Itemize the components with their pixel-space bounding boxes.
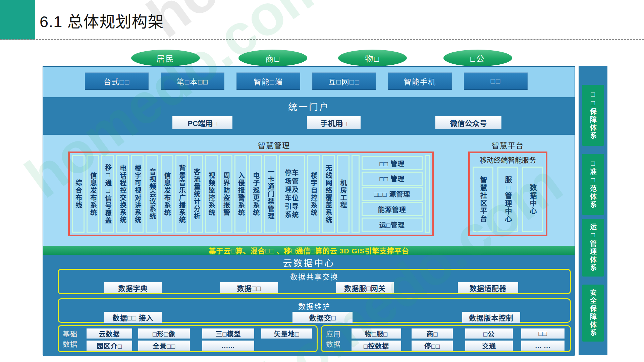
slide: 6.1 总体规划构架 居民 商□ 物□ □公 台式□□ 笔□本□□ 智能□端 互… xyxy=(0,0,644,362)
system-cabling: 综合布线 xyxy=(72,155,85,233)
cloud-data-center-title: 云数据中心 xyxy=(43,256,575,269)
data-access: 数据□□ 接入 xyxy=(104,312,162,323)
device-desktop: 台式□□ xyxy=(85,72,149,90)
device-smartphone: 智能手机 xyxy=(388,72,452,90)
management-item-energy: 能源管理 xyxy=(362,202,423,216)
sidebar-guarantee-system-1: □□保障体系 xyxy=(582,85,604,146)
device-internet-tv: 互□网□□ xyxy=(312,72,376,90)
device-smart-terminal: 智能□端 xyxy=(236,72,300,90)
system-patrol: 电子巡更系统 xyxy=(249,155,262,233)
smart-platform-panel: 移动终端智能服务 智慧社区平台 服□管理中心 数据中心 xyxy=(468,152,547,236)
smart-platform-label: 智慧平台 xyxy=(492,139,524,150)
basic-graphic-image: □形□像 xyxy=(138,328,190,339)
system-building-automation: 楼宇自控系统 xyxy=(307,155,320,233)
data-maintain-items: 数据□□ 接入 数据交□ 数据版本控制 xyxy=(59,312,570,324)
basic-data-label: 基础数据 xyxy=(63,329,79,350)
management-item-operation: 运□管理 xyxy=(362,218,423,232)
platform-data-center: 数据中心 xyxy=(522,167,543,232)
platform-smart-community: 智慧社区平台 xyxy=(473,167,493,232)
management-item-1: □□ 管理 xyxy=(362,156,423,170)
basic-panorama: 全景□□ xyxy=(138,341,190,351)
portal-entry-wechat: 微信公众号 xyxy=(435,116,501,129)
user-group-property: 物□ xyxy=(338,50,407,66)
corner-accent-block xyxy=(0,0,35,40)
guarantee-sidebar: □□保障体系 □准□范体系 运□管理体系 安全保障体系 xyxy=(579,66,607,355)
data-maintain-title: 数据维护 xyxy=(59,300,570,311)
management-item-resource: □□□ 源管理 xyxy=(362,187,423,201)
platform-service-center: 服□管理中心 xyxy=(497,167,518,232)
system-video-intercom: 楼宇可视对讲系统 xyxy=(131,155,144,233)
data-exchange: 数据交□ xyxy=(292,312,353,323)
user-group-merchants: 商□ xyxy=(238,50,307,66)
sidebar-standard-system: □准□范体系 xyxy=(582,154,604,215)
data-share-items: 数据字典 数据□□ 数据服□网关 数据适配器 xyxy=(59,282,570,294)
data-adapter: 数据适配器 xyxy=(458,282,518,293)
gis-engine-bar: 基于云□算、混合□□ 、移□通信□算的云 3D GIS引擎支撑平台 xyxy=(43,246,575,255)
application-data-panel: 应用数据 物□服□ 商□ □公 □□ □控数据 停□□ 交通 ... ... xyxy=(321,325,571,352)
basic-data-panel: 基础数据 云数据 □形□像 三□模型 矢量地□ 园区介□ 全景□□ ...... xyxy=(58,325,318,352)
basic-vector-map: 矢量地□ xyxy=(261,328,312,339)
system-av-conference: 音视频会议系统 xyxy=(146,155,158,233)
smart-management-label: 智慧管理 xyxy=(258,139,290,150)
data-service-gateway: 数据服□网关 xyxy=(336,282,394,293)
unified-portal-title: 统一门户 xyxy=(43,100,575,113)
system-wireless-coverage: 无线网络覆盖系统 xyxy=(322,155,335,233)
app-other: □□ xyxy=(521,328,565,339)
user-group-residents: 居民 xyxy=(131,50,200,66)
application-data-label: 应用数据 xyxy=(326,329,342,350)
app-merchant: 商□ xyxy=(412,328,453,339)
app-more: ... ... xyxy=(521,341,565,351)
sidebar-operation-system: 运□管理体系 xyxy=(582,219,604,277)
watermark-gray: homedo.com 河姆渡 xyxy=(127,0,614,53)
system-background-music: 背景音乐广播系统 xyxy=(175,155,188,233)
data-share-title: 数据共享交换 xyxy=(59,271,570,282)
app-property-service: 物□服□ xyxy=(352,328,401,339)
management-stack: □□ 管理 □□ 管理 □□□ 源管理 能源管理 运□管理 xyxy=(362,155,423,233)
smart-management-panel: 综合布线 信息发布系统 移□通□信号覆盖 电话程控交换系统 楼宇可视对讲系统 音… xyxy=(68,152,434,236)
system-passenger-flow: 客流量统计分析 xyxy=(190,155,203,233)
unified-portal-bar: 统一门户 PC端用□ 手机用□ 微信公众号 xyxy=(43,97,575,135)
system-perimeter-alarm: 周界防盗报警 xyxy=(220,155,232,233)
system-machine-room: 机房工程 xyxy=(337,155,350,233)
basic-cloud-data: 云数据 xyxy=(87,328,132,339)
portal-entry-mobile: 手机用□ xyxy=(307,116,361,129)
device-laptop: 笔□本□□ xyxy=(161,72,224,90)
page-title: 6.1 总体规划构架 xyxy=(40,9,164,32)
management-item-2: □□ 管理 xyxy=(362,172,423,186)
data-item-2: 数据□□ xyxy=(220,282,278,293)
header-divider xyxy=(0,39,644,40)
data-maintain-panel: 数据维护 数据□□ 接入 数据交□ 数据版本控制 xyxy=(58,298,571,323)
app-traffic: 交通 xyxy=(465,341,513,351)
system-info-release-1: 信息发布系统 xyxy=(87,155,99,233)
cloud-data-section: 云数据中心 数据共享交换 数据字典 数据□□ 数据服□网关 数据适配器 数据维护… xyxy=(43,255,575,356)
device-other: □□ xyxy=(464,72,528,90)
system-access-card: 一卡通门禁管理 xyxy=(264,155,277,233)
architecture-frame: 台式□□ 笔□本□□ 智能□端 互□网□□ 智能手机 □□ 统一门户 PC端用□… xyxy=(43,66,575,355)
device-row: 台式□□ 笔□本□□ 智能□端 互□网□□ 智能手机 □□ xyxy=(85,72,528,90)
data-dictionary: 数据字典 xyxy=(104,282,162,293)
empty-system-slot-left xyxy=(352,155,360,233)
app-monitor-data: □控数据 xyxy=(352,341,401,351)
basic-more: ...... xyxy=(202,341,254,351)
system-mobile-signal: 移□通□信号覆盖 xyxy=(101,155,114,233)
sidebar-security-system: 安全保障体系 xyxy=(582,285,604,342)
system-intrusion-alarm: 入侵报警系统 xyxy=(234,155,247,233)
system-parking-guidance: 停车场管理及车位引导系统 xyxy=(279,155,305,233)
basic-3d-model: 三□模型 xyxy=(202,328,254,339)
smart-section: 智慧管理 智慧平台 综合布线 信息发布系统 移□通□信号覆盖 电话程控交换系统 … xyxy=(43,135,575,246)
portal-entry-pc: PC端用□ xyxy=(172,116,232,129)
platform-items-row: 智慧社区平台 服□管理中心 数据中心 xyxy=(473,167,543,232)
app-parking: 停□□ xyxy=(412,341,453,351)
app-office: □公 xyxy=(465,328,513,339)
user-group-office: □公 xyxy=(443,50,512,66)
system-info-release-2: 信息发布系统 xyxy=(161,155,173,233)
system-telephone-exchange: 电话程控交换系统 xyxy=(116,155,129,233)
empty-system-slot-right xyxy=(425,155,430,233)
data-version-control: 数据版本控制 xyxy=(462,312,520,323)
mobile-terminal-service-label: 移动终端智能服务 xyxy=(473,155,543,165)
data-share-exchange-panel: 数据共享交换 数据字典 数据□□ 数据服□网关 数据适配器 xyxy=(58,269,571,294)
basic-park-intro: 园区介□ xyxy=(87,341,132,351)
system-video-surveillance: 视频监控系统 xyxy=(205,155,218,233)
